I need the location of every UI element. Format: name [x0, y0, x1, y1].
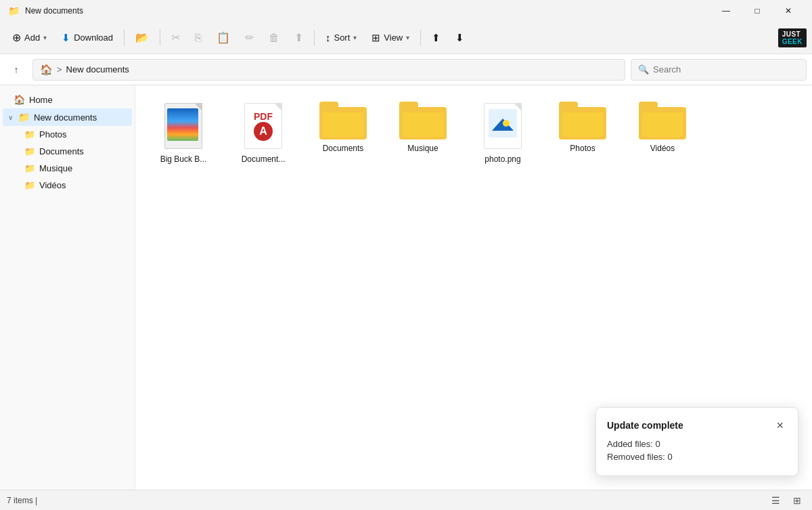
toast-removed-row: Removed files: 0: [607, 452, 787, 462]
search-icon: 🔍: [638, 64, 649, 75]
file-label-photos: Photos: [570, 144, 595, 153]
photo-file-icon: [482, 102, 523, 150]
file-item-musique-folder[interactable]: Musique: [386, 96, 460, 169]
sidebar: 🏠 Home ∨ 📁 New documents 📁 Photos 📁 Docu…: [0, 85, 135, 490]
sidebar-documents-label: Documents: [39, 146, 84, 156]
close-button[interactable]: ✕: [773, 0, 804, 22]
view-button[interactable]: ⊞ View ▾: [365, 28, 416, 48]
file-item-pdf[interactable]: PDF Document...: [226, 96, 300, 169]
toast-added-row: Added files: 0: [607, 439, 787, 449]
titlebar-controls: — □ ✕: [710, 0, 804, 22]
titlebar-title: New documents: [25, 6, 83, 16]
titlebar-folder-icon: 📁: [8, 5, 20, 16]
expand-chevron: ∨: [8, 114, 13, 121]
folder-icon-photos: 📁: [24, 129, 35, 140]
copy-button[interactable]: ⎘: [188, 28, 208, 48]
sort-icon: ↕: [325, 32, 331, 43]
sidebar-item-documents[interactable]: 📁 Documents: [3, 143, 132, 160]
sidebar-photos-label: Photos: [39, 129, 66, 140]
search-input[interactable]: [653, 64, 799, 75]
toolbar-sep-3: [314, 30, 315, 46]
file-item-videos-folder[interactable]: Vidéos: [625, 96, 700, 169]
statusbar-right: ☰ ⊞: [767, 492, 805, 509]
justgeek-badge: JUSTGEEK: [778, 28, 807, 47]
add-button[interactable]: ⊕ Add ▾: [5, 27, 53, 48]
folder-icon-documents-large: [319, 102, 367, 140]
toast-title: Update complete: [607, 420, 683, 431]
paste-button[interactable]: 📋: [210, 27, 237, 48]
sidebar-item-new-documents[interactable]: ∨ 📁 New documents: [3, 108, 132, 126]
folder-icon-musique: 📁: [24, 163, 35, 173]
sidebar-item-home[interactable]: 🏠 Home: [3, 91, 132, 108]
grid-view-button[interactable]: ⊞: [789, 492, 805, 509]
add-icon: ⊕: [12, 31, 21, 44]
sidebar-home-label: Home: [29, 95, 53, 105]
addressbar: ↑ 🏠 > New documents 🔍: [0, 54, 812, 85]
file-item-photo[interactable]: photo.png: [466, 96, 540, 169]
folder-icon-documents: 📁: [24, 146, 35, 156]
sort-label: Sort: [334, 33, 350, 43]
sort-button[interactable]: ↕ Sort ▾: [319, 28, 363, 47]
address-path[interactable]: 🏠 > New documents: [32, 59, 625, 81]
files-grid: Big Buck B... PDF Document...: [146, 96, 801, 169]
items-count: 7 items |: [7, 496, 37, 505]
add-chevron: ▾: [43, 34, 47, 41]
toolbar-sep-1: [124, 30, 125, 46]
sidebar-parent-label: New documents: [34, 112, 97, 123]
file-label-pdf: Document...: [242, 154, 286, 164]
file-item-photos-folder[interactable]: Photos: [545, 96, 620, 169]
download-single-button[interactable]: ⬇: [449, 28, 471, 48]
toast-notification: Update complete ✕ Added files: 0 Removed…: [595, 407, 798, 476]
sidebar-videos-label: Vidéos: [39, 180, 66, 190]
folder-icon-videos-large: [639, 102, 686, 140]
download-icon: ⬇: [62, 32, 70, 44]
nav-up-button[interactable]: ↑: [5, 59, 27, 81]
rename-button[interactable]: ✏: [238, 27, 261, 48]
delete-icon: 🗑: [269, 32, 279, 44]
folder-icon-videos: 📁: [24, 180, 35, 190]
download-button[interactable]: ⬇ Download: [55, 28, 120, 48]
titlebar: 📁 New documents — □ ✕: [0, 0, 812, 22]
open-folder-icon: 📂: [135, 31, 149, 44]
maximize-button[interactable]: □: [742, 0, 773, 22]
list-view-button[interactable]: ☰: [767, 492, 784, 509]
pdf-file-icon: PDF: [243, 102, 284, 150]
sidebar-item-videos[interactable]: 📁 Vidéos: [3, 177, 132, 194]
download-single-icon: ⬇: [455, 32, 464, 44]
folder-icon-musique-large: [399, 102, 447, 140]
add-label: Add: [24, 33, 40, 43]
file-item-video[interactable]: Big Buck B...: [146, 96, 221, 169]
toolbar-sep-4: [420, 30, 421, 46]
sidebar-item-photos[interactable]: 📁 Photos: [3, 126, 132, 143]
upload-icon: ⬆: [432, 32, 441, 44]
cut-icon: ✂: [171, 31, 180, 44]
cut-button[interactable]: ✂: [164, 27, 187, 48]
video-file-icon: [163, 102, 204, 150]
path-text: New documents: [66, 64, 129, 75]
sort-chevron: ▾: [353, 34, 357, 41]
file-item-documents-folder[interactable]: Documents: [306, 96, 380, 169]
titlebar-left: 📁 New documents: [8, 5, 83, 16]
search-box: 🔍: [631, 59, 807, 81]
statusbar: 7 items | ☰ ⊞: [0, 490, 812, 510]
home-icon: 🏠: [40, 64, 53, 76]
path-separator: >: [57, 64, 62, 75]
toast-close-button[interactable]: ✕: [773, 419, 787, 432]
file-label-photo: photo.png: [484, 154, 520, 164]
view-chevron: ▾: [406, 34, 409, 41]
file-label-documents: Documents: [323, 144, 364, 153]
rename-icon: ✏: [245, 31, 254, 44]
toolbar: ⊕ Add ▾ ⬇ Download 📂 ✂ ⎘ 📋 ✏ 🗑 ⬆ ↕ Sort: [0, 22, 812, 54]
minimize-button[interactable]: —: [710, 0, 742, 22]
share-button[interactable]: ⬆: [288, 27, 310, 48]
upload-button[interactable]: ⬆: [425, 28, 447, 48]
open-folder-button[interactable]: 📂: [129, 27, 156, 48]
file-label-musique: Musique: [407, 144, 438, 153]
sidebar-musique-label: Musique: [39, 163, 72, 173]
sidebar-item-musique[interactable]: 📁 Musique: [3, 160, 132, 177]
file-label-videos: Vidéos: [650, 144, 675, 153]
delete-button[interactable]: 🗑: [262, 28, 286, 48]
share-icon: ⬆: [294, 31, 303, 44]
paste-icon: 📋: [217, 31, 230, 44]
home-icon-sidebar: 🏠: [14, 94, 25, 105]
